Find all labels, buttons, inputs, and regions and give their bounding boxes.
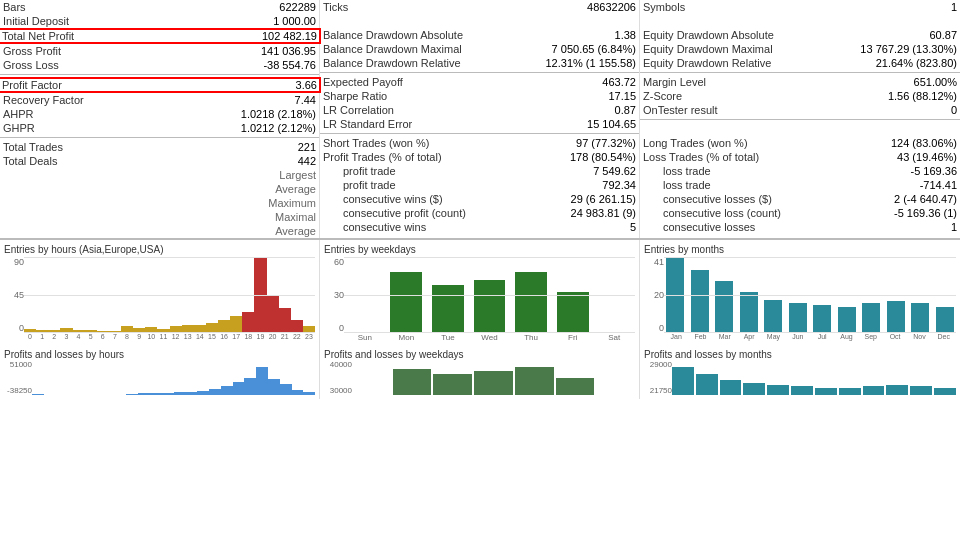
- pnl-bar-mo-0: [672, 367, 694, 395]
- row-expected-payoff: Expected Payoff 463.72: [320, 75, 639, 89]
- pnl-bar-mo-8: [863, 386, 885, 395]
- pnl-bar-mo-11: [934, 388, 956, 395]
- row-largest: Largest: [0, 168, 319, 182]
- pnl-bar-hour-20: [268, 379, 280, 395]
- label-mo-2: Mar: [713, 333, 737, 347]
- label-wd-0: Sun: [344, 333, 386, 347]
- pnl-bar-hour-0: [32, 394, 44, 395]
- row-gross-profit: Gross Profit 141 036.95: [0, 44, 319, 58]
- label-hour-22: 22: [291, 333, 303, 347]
- pnl-bar-mo-9: [886, 385, 908, 395]
- row-profit-factor: Profit Factor 3.66: [0, 77, 321, 93]
- label-hour-12: 12: [170, 333, 182, 347]
- ym-mid: 20: [654, 290, 664, 300]
- row-empty2: [640, 14, 960, 28]
- row-gross-loss: Gross Loss -38 554.76: [0, 58, 319, 72]
- row-margin-level: Margin Level 651.00%: [640, 75, 960, 89]
- pnl-bar-hour-21: [280, 384, 292, 395]
- label-hour-16: 16: [218, 333, 230, 347]
- label-wd-2: Tue: [427, 333, 469, 347]
- pnl-bar-hour-8: [126, 394, 138, 395]
- row-lr-std-err: LR Standard Error 15 104.65: [320, 117, 639, 131]
- y-axis-mid: 45: [14, 290, 24, 300]
- pnl-hours-title: Profits and losses by hours: [4, 349, 315, 360]
- row-long-trades: Long Trades (won %) 124 (83.06%): [640, 136, 960, 150]
- yw-top: 60: [334, 257, 344, 267]
- report-container: Bars 622289 Initial Deposit 1 000.00 Tot…: [0, 0, 960, 399]
- label-hour-9: 9: [133, 333, 145, 347]
- pnl-bar-wd-1: [393, 369, 432, 395]
- row-zscore: Z-Score 1.56 (88.12%): [640, 89, 960, 103]
- label-hour-8: 8: [121, 333, 133, 347]
- label-mo-3: Apr: [737, 333, 761, 347]
- row-maximum: Maximum: [0, 196, 319, 210]
- label-mo-8: Sep: [859, 333, 883, 347]
- pnl-bar-hour-11: [162, 393, 174, 395]
- label-mo-0: Jan: [664, 333, 688, 347]
- label-wd-5: Fri: [552, 333, 594, 347]
- row-avg-profit: profit trade 792.34: [320, 178, 639, 192]
- row-average1: Average: [0, 182, 319, 196]
- pnl-bar-wd-5: [556, 378, 595, 395]
- label-hour-20: 20: [267, 333, 279, 347]
- pnl-bar-hour-16: [221, 386, 233, 395]
- row-bal-dd-rel: Balance Drawdown Relative 12.31% (1 155.…: [320, 56, 639, 70]
- row-symbols: Symbols 1: [640, 0, 960, 14]
- label-hour-1: 1: [36, 333, 48, 347]
- pnl-months-title: Profits and losses by months: [644, 349, 956, 360]
- row-maximal: Maximal: [0, 210, 319, 224]
- pnl-bar-hour-12: [174, 392, 186, 395]
- row-avg-consec-wins: consecutive wins 5: [320, 220, 639, 234]
- pnl-bar-hour-18: [244, 378, 256, 395]
- pnl-bar-mo-3: [743, 383, 765, 395]
- label-mo-4: May: [761, 333, 785, 347]
- label-wd-1: Mon: [386, 333, 428, 347]
- pnl-hours-min: -38250: [7, 386, 32, 395]
- pnl-bar-mo-5: [791, 386, 813, 395]
- row-bal-dd-abs: Balance Drawdown Absolute 1.38: [320, 28, 639, 42]
- pnl-bar-wd-2: [433, 374, 472, 395]
- row-sharpe: Sharpe Ratio 17.15: [320, 89, 639, 103]
- pnl-bar-wd-3: [474, 371, 513, 395]
- pnl-bar-mo-10: [910, 386, 932, 395]
- label-wd-3: Wed: [469, 333, 511, 347]
- label-hour-11: 11: [157, 333, 169, 347]
- row-eq-dd-max: Equity Drawdown Maximal 13 767.29 (13.30…: [640, 42, 960, 56]
- stats-section: Bars 622289 Initial Deposit 1 000.00 Tot…: [0, 0, 960, 239]
- pnl-bar-wd-4: [515, 367, 554, 395]
- label-hour-6: 6: [97, 333, 109, 347]
- label-mo-11: Dec: [932, 333, 956, 347]
- label-hour-0: 0: [24, 333, 36, 347]
- row-ticks: Ticks 48632206: [320, 0, 639, 14]
- label-hour-4: 4: [73, 333, 85, 347]
- row-average2: Average: [0, 224, 319, 238]
- label-mo-10: Nov: [907, 333, 931, 347]
- stats-col-2: Ticks 48632206 Balance Drawdown Absolute…: [320, 0, 640, 238]
- label-wd-6: Sat: [593, 333, 635, 347]
- label-hour-15: 15: [206, 333, 218, 347]
- pnl-bar-hour-19: [256, 367, 268, 395]
- row-loss-trades: Loss Trades (% of total) 43 (19.46%): [640, 150, 960, 164]
- label-hour-5: 5: [85, 333, 97, 347]
- label-hour-19: 19: [254, 333, 266, 347]
- row-max-consec-wins: consecutive wins ($) 29 (6 261.15): [320, 192, 639, 206]
- row-total-deals: Total Deals 442: [0, 154, 319, 168]
- y-axis-top: 90: [14, 257, 24, 267]
- label-mo-1: Feb: [688, 333, 712, 347]
- pnl-bar-mo-7: [839, 388, 861, 395]
- row-total-trades: Total Trades 221: [0, 140, 319, 154]
- row-bars: Bars 622289: [0, 0, 319, 14]
- row-avg-consec-losses: consecutive losses 1: [640, 220, 960, 234]
- row-eq-dd-abs: Equity Drawdown Absolute 60.87: [640, 28, 960, 42]
- row-ontester: OnTester result 0: [640, 103, 960, 117]
- label-mo-6: Jul: [810, 333, 834, 347]
- label-hour-7: 7: [109, 333, 121, 347]
- pnl-bar-hour-13: [185, 392, 197, 395]
- row-max-consec-loss-count: consecutive loss (count) -5 169.36 (1): [640, 206, 960, 220]
- label-mo-7: Aug: [834, 333, 858, 347]
- label-mo-5: Jun: [786, 333, 810, 347]
- chart-months: Entries by months 41 20 0 JanFebMarAprMa…: [640, 240, 960, 399]
- pnl-bar-mo-6: [815, 388, 837, 395]
- chart-weekdays: Entries by weekdays 60 30 0 SunMonTueWed…: [320, 240, 640, 399]
- chart-hours-title: Entries by hours (Asia,Europe,USA): [4, 244, 315, 255]
